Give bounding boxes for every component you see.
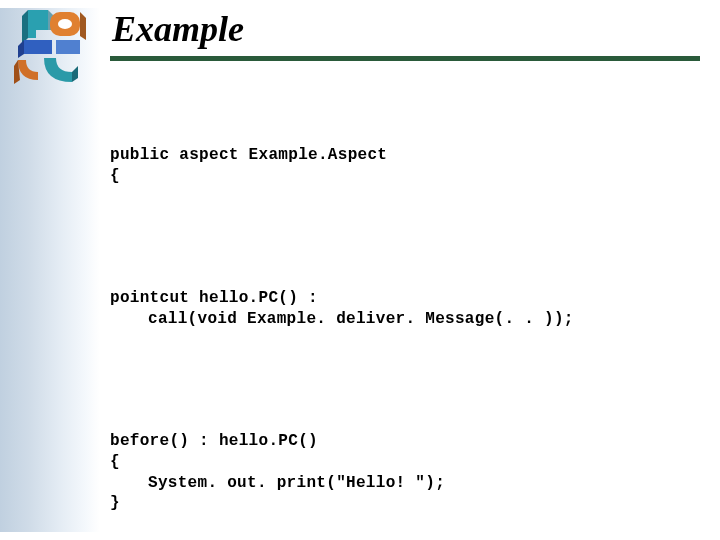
code-line: { (110, 167, 120, 185)
svg-rect-2 (24, 40, 52, 54)
slide-content: Example public aspect Example.Aspect { p… (110, 8, 700, 540)
code-pointcut: pointcut hello.PC() : call(void Example.… (110, 267, 700, 329)
slide-title: Example (110, 8, 700, 50)
code-line: call(void Example. deliver. Message(. . … (110, 309, 574, 330)
code-line: public aspect Example.Aspect (110, 146, 387, 164)
code-declaration: public aspect Example.Aspect { (110, 125, 700, 187)
code-area: public aspect Example.Aspect { pointcut … (110, 83, 700, 540)
svg-rect-3 (56, 40, 80, 54)
svg-point-1 (58, 19, 72, 29)
title-underline (110, 56, 700, 61)
code-before: before() : hello.PC() { System. out. pri… (110, 410, 700, 514)
code-line: before() : hello.PC() (110, 432, 318, 450)
sidebar-gradient (0, 8, 100, 532)
logo-icon (10, 4, 90, 84)
code-line: { (110, 453, 120, 471)
code-line: pointcut hello.PC() : (110, 289, 318, 307)
code-line: } (110, 494, 120, 512)
code-line: System. out. print("Hello! "); (110, 473, 445, 494)
